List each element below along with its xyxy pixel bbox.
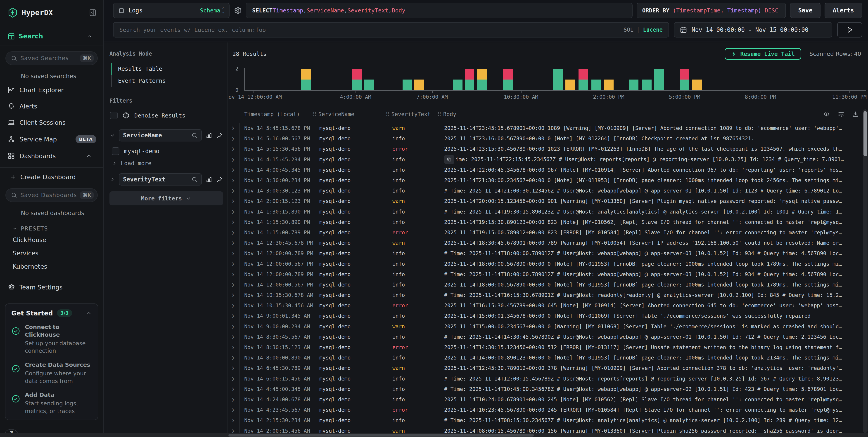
create-dashboard-button[interactable]: Create Dashboard <box>0 168 103 182</box>
table-row[interactable]: ❯ Nov 14 4:00:45.345 PM mysql-demo info … <box>228 165 868 175</box>
chevron-up-icon[interactable] <box>86 310 92 316</box>
table-row[interactable]: ❯ Nov 14 1:30:15.890 PM mysql-demo info … <box>228 206 868 217</box>
sidebar-item-client-sessions[interactable]: Client Sessions <box>0 114 103 131</box>
table-row[interactable]: ❯ Nov 14 5:16:00.567 PM mysql-demo info … <box>228 133 868 144</box>
expand-row-icon[interactable]: ❯ <box>231 209 235 214</box>
table-row[interactable]: ❯ Nov 14 4:23:45.567 AM mysql-demo error… <box>228 405 868 415</box>
expand-row-icon[interactable]: ❯ <box>231 397 235 402</box>
preset-clickhouse[interactable]: ClickHouse <box>0 233 103 246</box>
table-row[interactable]: ❯ Nov 14 1:15:30.890 PM mysql-demo info … <box>228 217 868 227</box>
table-row[interactable]: ❯ Nov 14 12:00:00.567 PM mysql-demo info… <box>228 279 868 290</box>
table-row[interactable]: ❯ Nov 14 3:30:00.234 PM mysql-demo info … <box>228 175 868 186</box>
facet-search-box[interactable]: ServiceName <box>119 129 202 141</box>
expand-row-icon[interactable]: ❯ <box>231 355 235 360</box>
table-row[interactable]: ❯ Nov 14 2:15:30.234 AM mysql-demo info … <box>228 415 868 426</box>
resume-live-tail-button[interactable]: Resume Live Tail <box>724 48 801 60</box>
pin-icon[interactable] <box>216 132 223 139</box>
expand-row-icon[interactable]: ❯ <box>231 198 235 204</box>
column-header-servicename[interactable]: ⠿ServiceName <box>313 111 354 117</box>
saved-searches-input[interactable]: Saved Searches ⌘K <box>5 51 98 65</box>
expand-row-icon[interactable]: ❯ <box>231 220 235 225</box>
get-started-step[interactable]: Add Data Start sending logs, metrics, or… <box>11 391 92 415</box>
table-row[interactable]: ❯ Nov 14 4:15:45.234 PM mysql-demo info … <box>228 154 868 165</box>
pin-icon[interactable] <box>216 176 223 183</box>
preset-services[interactable]: Services <box>0 246 103 260</box>
facet-search-box[interactable]: SeverityText <box>119 173 202 186</box>
table-row[interactable]: ❯ Nov 14 3:00:30.123 PM mysql-demo info … <box>228 186 868 196</box>
expand-row-icon[interactable]: ❯ <box>231 376 235 381</box>
table-row[interactable]: ❯ Nov 14 2:00:15.456 AM mysql-demo warn … <box>228 426 868 433</box>
chevron-up-icon[interactable] <box>87 33 96 39</box>
copy-icon[interactable] <box>444 155 454 164</box>
expand-row-icon[interactable]: ❯ <box>231 157 235 162</box>
alerts-button[interactable]: Alerts <box>825 3 862 18</box>
expand-row-icon[interactable]: ❯ <box>231 240 235 246</box>
expand-row-icon[interactable]: ❯ <box>231 146 235 152</box>
expand-row-icon[interactable]: ❯ <box>231 188 235 194</box>
table-row[interactable]: ❯ Nov 14 8:30:45.567 AM mysql-demo info … <box>228 332 868 342</box>
table-row[interactable]: ❯ Nov 14 5:45:15.678 PM mysql-demo warn … <box>228 123 868 133</box>
column-header-severitytext[interactable]: ⠿SeverityText <box>385 111 431 117</box>
table-row[interactable]: ❯ Nov 14 6:00:15.456 AM mysql-demo info … <box>228 373 868 384</box>
expand-row-icon[interactable]: ❯ <box>231 230 235 235</box>
expand-row-icon[interactable]: ❯ <box>231 250 235 256</box>
expand-row-icon[interactable]: ❯ <box>231 136 235 141</box>
expand-row-icon[interactable]: ❯ <box>231 167 235 173</box>
table-row[interactable]: ❯ Nov 14 12:00:00.789 PM mysql-demo info… <box>228 248 868 259</box>
facet-value-checkbox[interactable] <box>112 147 119 155</box>
chevron-right-icon[interactable] <box>110 176 115 182</box>
table-row[interactable]: ❯ Nov 14 8:30:15.123 AM mysql-demo error… <box>228 342 868 352</box>
bar-chart-icon[interactable] <box>205 176 213 183</box>
table-row[interactable]: ❯ Nov 14 4:24:00.678 AM mysql-demo info … <box>228 394 868 405</box>
drag-handle-icon[interactable]: ⠿ <box>313 111 316 117</box>
expand-row-icon[interactable]: ❯ <box>231 365 235 371</box>
presets-header[interactable]: PRESETS <box>0 219 103 233</box>
table-row[interactable]: ❯ Nov 14 4:45:00.345 AM mysql-demo info … <box>228 384 868 394</box>
expand-row-icon[interactable]: ❯ <box>231 386 235 392</box>
sidebar-item-chart-explorer[interactable]: Chart Explorer <box>0 82 103 98</box>
table-row[interactable]: ❯ Nov 14 1:15:00.789 PM mysql-demo error… <box>228 227 868 238</box>
expand-row-icon[interactable]: ❯ <box>231 417 235 423</box>
horizontal-scrollbar[interactable] <box>0 433 868 437</box>
select-query-input[interactable]: SELECT Timestamp,ServiceName,SeverityTex… <box>246 3 632 18</box>
expand-row-icon[interactable]: ❯ <box>231 324 235 329</box>
code-view-icon[interactable] <box>823 111 830 117</box>
preset-kubernetes[interactable]: Kubernetes <box>0 260 103 273</box>
expand-row-icon[interactable]: ❯ <box>231 261 235 267</box>
table-row[interactable]: ❯ Nov 14 9:00:00.234 AM mysql-demo warn … <box>228 321 868 332</box>
table-row[interactable]: ❯ Nov 14 10:15:30.678 AM mysql-demo info… <box>228 290 868 300</box>
column-header-body[interactable]: ⠿Body <box>437 111 456 117</box>
expand-row-icon[interactable]: ❯ <box>231 313 235 318</box>
order-by-input[interactable]: ORDER BY (TimestampTime, Timestamp) DESC <box>637 3 786 18</box>
sidebar-item-team-settings[interactable]: Team Settings <box>0 273 103 291</box>
table-row[interactable]: ❯ Nov 14 12:30:45.678 PM mysql-demo warn… <box>228 238 868 248</box>
query-language-toggle[interactable]: SQL | Lucene <box>623 27 663 33</box>
vertical-scrollbar[interactable] <box>863 109 868 433</box>
table-row[interactable]: ❯ Nov 14 6:45:30.789 AM mysql-demo warn … <box>228 363 868 373</box>
saved-dashboards-input[interactable]: Saved Dashboards ⌘K <box>5 188 98 202</box>
expand-row-icon[interactable]: ❯ <box>231 407 235 413</box>
expand-row-icon[interactable]: ❯ <box>231 272 235 277</box>
save-button[interactable]: Save <box>790 3 820 18</box>
chevron-up-icon[interactable] <box>86 153 96 159</box>
run-query-button[interactable] <box>837 22 862 37</box>
facet-value-mysql-demo[interactable]: mysql-demo <box>110 144 223 156</box>
table-row[interactable]: ❯ Nov 14 10:15:30.456 AM mysql-demo erro… <box>228 300 868 311</box>
get-started-step[interactable]: Create Data Sources Configure where your… <box>11 361 92 385</box>
sidebar-item-service-map[interactable]: Service Map BETA <box>0 131 103 148</box>
sidebar-collapse-icon[interactable] <box>89 9 97 17</box>
gear-icon[interactable] <box>234 6 242 14</box>
mode-results-table[interactable]: Results Table <box>111 63 223 75</box>
scrollbar-thumb[interactable] <box>864 111 867 156</box>
table-row[interactable]: ❯ Nov 14 8:00:00.890 AM mysql-demo info … <box>228 352 868 363</box>
column-header-timestamp[interactable]: Timestamp (Local) <box>244 111 300 117</box>
sidebar-item-search[interactable]: Search <box>0 20 103 45</box>
expand-row-icon[interactable]: ❯ <box>231 345 235 350</box>
search-events-input[interactable]: Search your events w/ Lucene ex. column:… <box>113 22 669 37</box>
denoise-results-toggle[interactable]: Denoise Results <box>110 112 223 119</box>
table-row[interactable]: ❯ Nov 14 12:00:00.789 PM mysql-demo info… <box>228 269 868 279</box>
schema-selector[interactable]: Schema ⌃⌃ <box>200 7 224 14</box>
table-row[interactable]: ❯ Nov 14 12:00:00.567 PM mysql-demo info… <box>228 259 868 269</box>
download-icon[interactable] <box>852 111 859 117</box>
expand-row-icon[interactable]: ❯ <box>231 428 235 433</box>
